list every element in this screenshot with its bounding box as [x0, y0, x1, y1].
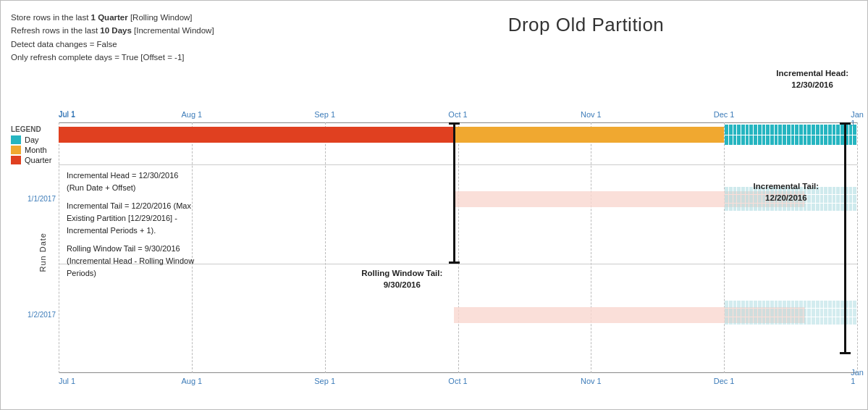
ann-line2: (Run Date + Offset) [67, 182, 346, 194]
page-title: Drop Old Partition [305, 14, 867, 36]
ann-line3: Incremental Tail = 12/20/2016 (Max [67, 200, 346, 212]
axis-top-jul1: Jul 1 [59, 110, 75, 119]
axis-bot-aug1: Aug 1 [181, 377, 202, 385]
axis-bot-dec1: Dec 1 [714, 377, 735, 385]
legend-label-month: Month [25, 146, 47, 154]
month-swatch [11, 146, 21, 154]
month-bar [454, 127, 724, 143]
quarter-swatch [11, 156, 21, 164]
ann-line7: (Incremental Head - Rolling Window [67, 255, 346, 267]
incremental-tail-label-row1: Incremental Tail:12/20/2016 [754, 180, 819, 204]
axis-bot-jul1: Jul 1 [59, 377, 75, 385]
info-line2: Refresh rows in the last 10 Days [Increm… [11, 24, 214, 37]
hline-1 [59, 164, 857, 165]
vline-nov1 [591, 122, 591, 373]
axis-top-sep1: Sep 1 [314, 110, 335, 119]
info-line3: Detect data changes = False [11, 38, 214, 51]
axis-top-dec1: Dec 1 [714, 110, 735, 119]
ann-line1: Incremental Head = 12/30/2016 [67, 170, 346, 182]
rolling-window-tail-label: Rolling Window Tail:9/30/2016 [361, 267, 442, 290]
legend-label-quarter: Quarter [25, 156, 51, 164]
quarter-bar [59, 127, 454, 143]
axis-top-oct1: Oct 1 [448, 110, 467, 119]
inc-head-top-label: Incremental Head:12/30/2016 [776, 67, 848, 91]
axis-bot-oct1: Oct 1 [448, 377, 467, 385]
info-block: Store rows in the last 1 Quarter [Rollin… [11, 11, 214, 64]
ibeam-dec30 [844, 122, 846, 354]
axis-top-nov1: Nov 1 [581, 110, 602, 119]
ann-line8: Periods) [67, 267, 346, 280]
ann-line4: Existing Partition [12/29/2016] - [67, 212, 346, 225]
axis-top-aug1: Aug 1 [181, 110, 202, 119]
day-tiles-row2 [724, 300, 857, 325]
row-label-2: 1/2/2017 [4, 311, 56, 319]
vline-dec1 [724, 122, 725, 373]
info-line1: Store rows in the last 1 Quarter [Rollin… [11, 11, 214, 24]
info-line4: Only refresh complete days = True [Offse… [11, 51, 214, 64]
ann-line5: Incremental Periods + 1). [67, 225, 346, 237]
run-date-label: Run Date [38, 233, 47, 272]
vline-jul1 [59, 122, 59, 373]
left-annotation: Incremental Head = 12/30/2016 (Run Date … [67, 170, 346, 280]
row-label-1: 1/1/2017 [4, 195, 56, 203]
ann-line6: Rolling Window Tail = 9/30/2016 [67, 243, 346, 255]
timeline-area: Jul 1 Jul 1 Aug 1 Sep 1 Oct 1 Nov 1 Dec … [59, 108, 857, 388]
day-tiles-top [724, 124, 857, 146]
ibeam-oct1 [453, 122, 455, 264]
legend-label-day: Day [25, 135, 39, 144]
axis-bot-sep1: Sep 1 [314, 377, 335, 385]
vline-jan1 [857, 122, 858, 373]
vline-oct1 [458, 122, 459, 373]
day-swatch [11, 135, 21, 144]
axis-bot-nov1: Nov 1 [581, 377, 602, 385]
